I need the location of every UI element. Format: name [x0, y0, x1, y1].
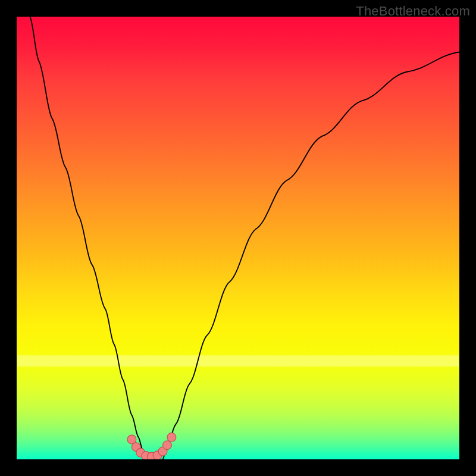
data-marker	[167, 433, 176, 441]
data-marker	[163, 441, 172, 450]
curve-layer	[17, 17, 459, 459]
curve-left	[30, 17, 145, 459]
chart-frame: TheBottleneck.com	[0, 0, 476, 476]
curve-right	[163, 52, 459, 459]
plot-area	[17, 17, 459, 459]
marker-group	[127, 433, 176, 459]
